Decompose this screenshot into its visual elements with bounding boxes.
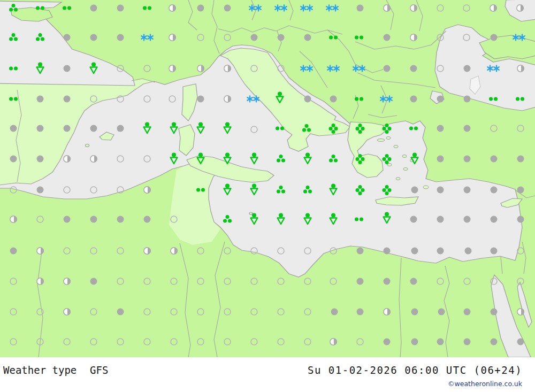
half-cloud-circle-icon	[517, 5, 524, 11]
overcast-filled-circle-icon	[64, 65, 71, 72]
half-cloud-circle-icon	[144, 187, 151, 193]
overcast-filled-circle-icon	[64, 96, 71, 103]
overcast-filled-circle-icon	[117, 309, 124, 316]
overcast-filled-circle-icon	[437, 339, 444, 345]
overcast-filled-circle-icon	[304, 96, 311, 103]
overcast-filled-circle-icon	[437, 125, 444, 132]
overcast-filled-circle-icon	[438, 309, 445, 316]
overcast-filled-circle-icon	[464, 125, 471, 132]
half-cloud-circle-icon	[171, 248, 178, 254]
overcast-filled-circle-icon	[517, 216, 524, 223]
overcast-filled-circle-icon	[491, 309, 498, 316]
overcast-filled-circle-icon	[464, 187, 471, 194]
half-cloud-circle-icon	[169, 5, 176, 11]
overcast-filled-circle-icon	[384, 34, 391, 41]
overcast-filled-circle-icon	[357, 309, 364, 316]
overcast-filled-circle-icon	[464, 339, 471, 345]
overcast-filled-circle-icon	[90, 278, 97, 285]
half-cloud-circle-icon	[37, 278, 44, 285]
overcast-filled-circle-icon	[384, 248, 391, 255]
overcast-filled-circle-icon	[464, 216, 471, 223]
overcast-filled-circle-icon	[144, 216, 151, 223]
half-cloud-circle-icon	[64, 156, 71, 162]
overcast-filled-circle-icon	[64, 216, 71, 223]
overcast-filled-circle-icon	[37, 125, 44, 132]
half-cloud-circle-icon	[490, 5, 497, 11]
half-cloud-circle-icon	[384, 309, 391, 315]
overcast-filled-circle-icon	[411, 309, 418, 316]
overcast-filled-circle-icon	[251, 34, 258, 41]
overcast-filled-circle-icon	[491, 187, 498, 194]
half-cloud-circle-icon	[410, 34, 417, 41]
overcast-filled-circle-icon	[464, 65, 471, 72]
half-cloud-circle-icon	[64, 309, 71, 315]
overcast-filled-circle-icon	[224, 5, 231, 12]
half-cloud-circle-icon	[224, 65, 231, 72]
overcast-filled-circle-icon	[10, 156, 17, 163]
overcast-filled-circle-icon	[357, 248, 364, 255]
half-cloud-circle-icon	[330, 339, 337, 345]
overcast-filled-circle-icon	[117, 216, 124, 223]
overcast-filled-circle-icon	[37, 96, 44, 103]
half-cloud-circle-icon	[10, 216, 17, 222]
overcast-filled-circle-icon	[517, 339, 524, 345]
model-label: GFS	[90, 364, 108, 376]
half-cloud-circle-icon	[224, 96, 231, 102]
overcast-filled-circle-icon	[278, 34, 285, 41]
overcast-filled-circle-icon	[90, 5, 97, 12]
overcast-filled-circle-icon	[384, 278, 391, 285]
copyright-link[interactable]: ©weatheronline.co.uk	[448, 380, 522, 388]
overcast-filled-circle-icon	[117, 34, 124, 41]
overcast-filled-circle-icon	[117, 5, 124, 12]
overcast-filled-circle-icon	[437, 156, 444, 163]
overcast-filled-circle-icon	[64, 125, 71, 132]
overcast-filled-circle-icon	[491, 216, 498, 223]
overcast-filled-circle-icon	[411, 248, 418, 255]
product-label: Weather type	[3, 364, 77, 376]
overcast-filled-circle-icon	[491, 248, 498, 255]
overcast-filled-circle-icon	[304, 34, 311, 41]
overcast-filled-circle-icon	[517, 156, 524, 163]
overcast-filled-circle-icon	[437, 96, 444, 103]
overcast-filled-circle-icon	[437, 248, 444, 255]
weather-map	[0, 0, 535, 357]
overcast-filled-circle-icon	[357, 5, 364, 12]
overcast-filled-circle-icon	[491, 34, 498, 41]
overcast-filled-circle-icon	[491, 339, 498, 345]
overcast-filled-circle-icon	[491, 156, 498, 163]
map-canvas	[0, 0, 535, 357]
overcast-filled-circle-icon	[464, 96, 471, 103]
overcast-filled-circle-icon	[10, 248, 17, 255]
half-cloud-circle-icon	[197, 65, 204, 72]
half-cloud-circle-icon	[410, 5, 417, 11]
overcast-filled-circle-icon	[330, 96, 337, 103]
half-cloud-circle-icon	[37, 248, 44, 254]
overcast-filled-circle-icon	[331, 309, 338, 316]
half-cloud-circle-icon	[64, 278, 71, 285]
overcast-filled-circle-icon	[384, 339, 391, 345]
overcast-filled-circle-icon	[90, 34, 97, 41]
timestamp-label: Su 01-02-2026 06:00 UTC (06+24)	[308, 364, 522, 376]
overcast-filled-circle-icon	[37, 187, 44, 194]
overcast-filled-circle-icon	[410, 96, 417, 103]
land-ibiza	[86, 144, 89, 147]
overcast-filled-circle-icon	[465, 248, 472, 255]
overcast-filled-circle-icon	[464, 309, 471, 316]
overcast-filled-circle-icon	[517, 187, 524, 194]
overcast-filled-circle-icon	[64, 34, 71, 41]
overcast-filled-circle-icon	[10, 125, 17, 132]
half-cloud-circle-icon	[144, 248, 151, 254]
overcast-filled-circle-icon	[90, 216, 97, 223]
overcast-filled-circle-icon	[90, 125, 97, 132]
half-cloud-circle-icon	[169, 34, 176, 41]
overcast-filled-circle-icon	[464, 156, 471, 163]
weather-map-page: Weather type GFS Su 01-02-2026 06:00 UTC…	[0, 0, 535, 392]
overcast-filled-circle-icon	[410, 216, 417, 223]
overcast-filled-circle-icon	[117, 125, 124, 132]
overcast-filled-circle-icon	[410, 278, 417, 285]
overcast-filled-circle-icon	[437, 216, 444, 223]
half-cloud-circle-icon	[384, 5, 391, 11]
overcast-filled-circle-icon	[411, 339, 418, 345]
overcast-filled-circle-icon	[357, 278, 364, 285]
overcast-filled-circle-icon	[197, 96, 204, 103]
